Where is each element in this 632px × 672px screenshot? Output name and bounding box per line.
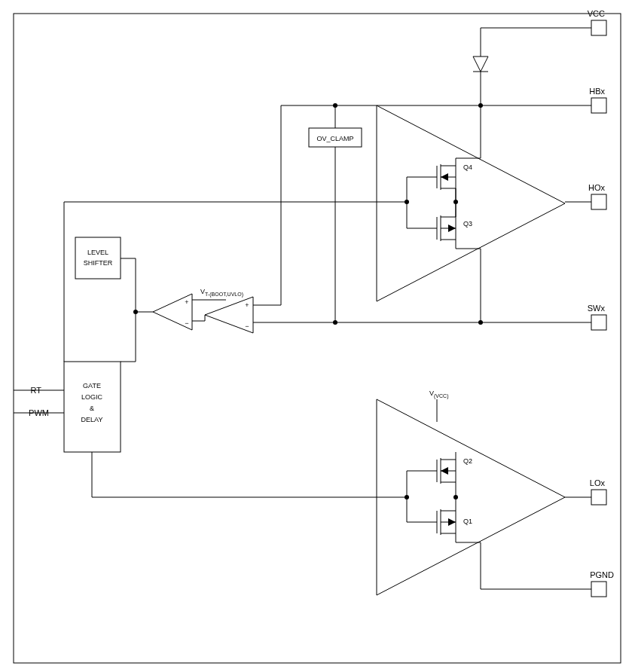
junction <box>453 495 458 499</box>
q2-label: Q2 <box>463 457 472 465</box>
pin-label-lox: LOx <box>590 478 606 487</box>
junction <box>405 200 409 204</box>
pad-pgnd <box>591 582 606 597</box>
gate-logic-label-2: LOGIC <box>81 393 103 401</box>
pad-vcc <box>591 20 606 35</box>
ic-outline <box>14 14 621 663</box>
gate-logic-label-4: DELAY <box>81 416 103 423</box>
ov-clamp-label: OV_CLAMP <box>316 135 353 142</box>
pin-label-swx: SWx <box>588 304 606 313</box>
q4-label: Q4 <box>463 163 472 171</box>
comp1-minus: − <box>185 319 188 327</box>
q3-label: Q3 <box>463 220 472 228</box>
pin-label-hox: HOx <box>588 183 606 192</box>
pad-lox <box>591 490 606 505</box>
pin-label-hbx: HBx <box>589 87 605 96</box>
comp1-plus: + <box>185 298 188 306</box>
level-shifter-label-1: LEVEL <box>87 249 108 256</box>
comp2-plus: + <box>245 301 249 309</box>
comp2-minus: − <box>245 322 249 330</box>
q1-label: Q1 <box>463 518 472 525</box>
level-shifter-block <box>75 237 121 279</box>
gate-logic-label-1: GATE <box>83 382 101 389</box>
pin-label-vcc: VCC <box>588 9 605 18</box>
junction <box>333 103 337 108</box>
level-shifter-label-2: SHIFTER <box>84 259 113 267</box>
pad-hox <box>591 194 606 209</box>
pin-label-pgnd: PGND <box>590 570 614 579</box>
pad-swx <box>591 315 606 330</box>
junction <box>405 495 409 499</box>
gate-logic-label-3: & <box>90 405 94 412</box>
pad-hbx <box>591 98 606 113</box>
